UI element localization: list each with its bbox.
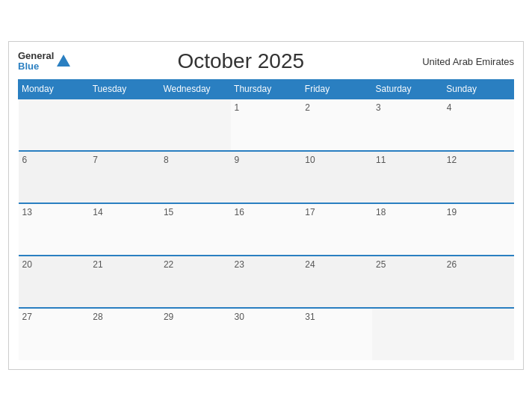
calendar-day: 16 <box>231 203 302 256</box>
day-number: 2 <box>305 102 310 113</box>
calendar-day: 21 <box>89 256 160 308</box>
day-number: 6 <box>22 155 28 165</box>
day-number: 21 <box>93 259 102 270</box>
header-tuesday: Tuesday <box>89 80 160 99</box>
day-number: 14 <box>93 207 102 217</box>
calendar-week-row: 1234 <box>19 99 514 151</box>
calendar-day: 12 <box>443 151 514 203</box>
day-number: 26 <box>447 259 457 270</box>
header-monday: Monday <box>19 80 90 99</box>
weekday-header-row: Monday Tuesday Wednesday Thursday Friday… <box>19 80 514 99</box>
day-number: 8 <box>164 155 169 165</box>
calendar-table: Monday Tuesday Wednesday Thursday Friday… <box>18 79 514 360</box>
calendar-day <box>160 99 231 151</box>
day-number: 17 <box>305 207 315 217</box>
calendar-day: 20 <box>19 256 90 308</box>
header-saturday: Saturday <box>372 80 443 99</box>
calendar-day: 17 <box>301 203 372 256</box>
calendar-day: 10 <box>301 151 372 203</box>
header-friday: Friday <box>301 80 372 99</box>
day-number: 31 <box>305 312 315 322</box>
calendar-day: 15 <box>160 203 231 256</box>
calendar-week-row: 13141516171819 <box>19 203 514 256</box>
calendar-day: 14 <box>89 203 160 256</box>
calendar-day: 11 <box>372 151 443 203</box>
calendar-day: 1 <box>231 99 302 151</box>
logo: General Blue <box>18 51 72 72</box>
day-number: 16 <box>235 207 244 217</box>
calendar-day: 26 <box>443 256 514 308</box>
day-number: 3 <box>376 102 381 113</box>
calendar-day: 4 <box>443 99 514 151</box>
header-thursday: Thursday <box>231 80 302 99</box>
calendar-day: 6 <box>19 151 90 203</box>
calendar-day: 30 <box>231 308 302 360</box>
day-number: 18 <box>376 207 386 217</box>
day-number: 28 <box>93 312 102 322</box>
day-number: 22 <box>164 259 173 270</box>
header-sunday: Sunday <box>443 80 514 99</box>
calendar-day <box>19 99 90 151</box>
logo-general-text: General <box>18 51 54 61</box>
day-number: 13 <box>22 207 32 217</box>
day-number: 12 <box>447 155 457 165</box>
calendar-day: 7 <box>89 151 160 203</box>
calendar-week-row: 2728293031 <box>19 308 514 360</box>
calendar-week-row: 20212223242526 <box>19 256 514 308</box>
day-number: 15 <box>164 207 173 217</box>
day-number: 19 <box>447 207 457 217</box>
day-number: 7 <box>93 155 98 165</box>
day-number: 27 <box>22 312 32 322</box>
calendar-day: 23 <box>231 256 302 308</box>
day-number: 9 <box>235 155 240 165</box>
day-number: 11 <box>376 155 386 165</box>
calendar-title: October 2025 <box>72 49 409 73</box>
day-number: 29 <box>164 312 173 322</box>
day-number: 30 <box>235 312 244 322</box>
day-number: 20 <box>22 259 32 270</box>
calendar-week-row: 6789101112 <box>19 151 514 203</box>
calendar-day <box>372 308 443 360</box>
logo-blue-text: Blue <box>18 61 54 72</box>
calendar-day: 9 <box>231 151 302 203</box>
calendar-day: 3 <box>372 99 443 151</box>
calendar-day: 29 <box>160 308 231 360</box>
calendar-day: 18 <box>372 203 443 256</box>
day-number: 25 <box>376 259 386 270</box>
calendar-day <box>443 308 514 360</box>
calendar-day: 25 <box>372 256 443 308</box>
calendar-day: 13 <box>19 203 90 256</box>
calendar-day: 24 <box>301 256 372 308</box>
calendar-region: United Arab Emirates <box>409 56 514 67</box>
day-number: 10 <box>305 155 315 165</box>
calendar-day: 28 <box>89 308 160 360</box>
header-wednesday: Wednesday <box>160 80 231 99</box>
calendar-day: 31 <box>301 308 372 360</box>
day-number: 23 <box>235 259 244 270</box>
calendar-header: General Blue October 2025 United Arab Em… <box>18 49 514 73</box>
calendar-day <box>89 99 160 151</box>
svg-marker-0 <box>57 55 70 67</box>
calendar-day: 19 <box>443 203 514 256</box>
day-number: 1 <box>235 102 240 113</box>
calendar-day: 2 <box>301 99 372 151</box>
day-number: 24 <box>305 259 315 270</box>
calendar-container: General Blue October 2025 United Arab Em… <box>8 41 524 370</box>
calendar-day: 8 <box>160 151 231 203</box>
calendar-day: 22 <box>160 256 231 308</box>
calendar-day: 27 <box>19 308 90 360</box>
logo-icon <box>55 53 72 69</box>
day-number: 4 <box>447 102 452 113</box>
